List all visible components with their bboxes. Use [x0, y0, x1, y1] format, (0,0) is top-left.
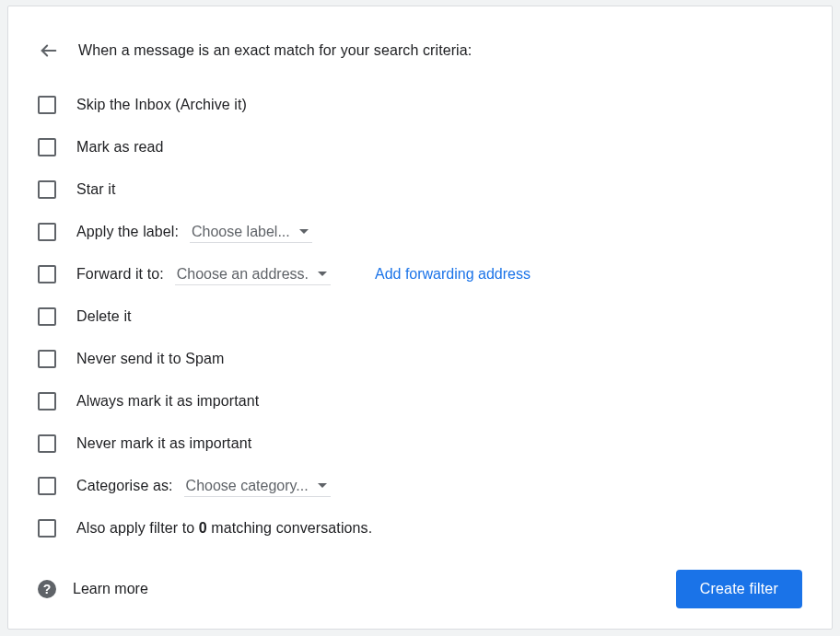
back-arrow-button[interactable]: [38, 40, 60, 62]
checkbox-delete-it[interactable]: [38, 307, 56, 326]
label-always-important: Always mark it as important: [76, 393, 259, 410]
header-row: When a message is an exact match for you…: [8, 6, 832, 78]
also-apply-count: 0: [199, 520, 207, 536]
label-forward: Forward it to:: [76, 266, 164, 283]
dropdown-choose-category-text: Choose category...: [186, 478, 309, 494]
option-mark-read: Mark as read: [38, 126, 813, 168]
caret-down-icon: [318, 483, 327, 488]
caret-down-icon: [318, 272, 327, 276]
checkbox-never-important[interactable]: [38, 434, 56, 453]
label-star-it: Star it: [76, 181, 116, 198]
checkbox-categorise[interactable]: [38, 477, 56, 495]
checkbox-apply-label[interactable]: [38, 223, 56, 241]
option-skip-inbox: Skip the Inbox (Archive it): [38, 84, 813, 126]
dropdown-choose-address[interactable]: Choose an address.: [175, 264, 331, 285]
add-forwarding-address-link[interactable]: Add forwarding address: [375, 266, 531, 283]
checkbox-forward[interactable]: [38, 265, 56, 283]
dropdown-choose-label[interactable]: Choose label...: [190, 222, 312, 243]
categorise-group: Categorise as: Choose category...: [76, 476, 331, 497]
apply-label-group: Apply the label: Choose label...: [76, 222, 312, 243]
options-list: Skip the Inbox (Archive it) Mark as read…: [8, 78, 832, 549]
forward-group: Forward it to: Choose an address. Add fo…: [76, 264, 531, 285]
option-never-important: Never mark it as important: [38, 422, 813, 465]
label-categorise: Categorise as:: [76, 478, 173, 494]
option-star-it: Star it: [38, 168, 813, 211]
label-never-spam: Never send it to Spam: [76, 351, 224, 367]
help-icon[interactable]: ?: [38, 580, 56, 598]
checkbox-skip-inbox[interactable]: [38, 96, 56, 114]
option-always-important: Always mark it as important: [38, 380, 813, 422]
create-filter-button[interactable]: Create filter: [676, 570, 802, 608]
checkbox-star-it[interactable]: [38, 180, 56, 199]
filter-actions-panel: When a message is an exact match for you…: [7, 6, 833, 630]
footer-row: ? Learn more Create filter: [8, 570, 832, 608]
label-mark-read: Mark as read: [76, 139, 164, 156]
checkbox-never-spam[interactable]: [38, 350, 56, 368]
option-delete-it: Delete it: [38, 295, 813, 338]
option-never-spam: Never send it to Spam: [38, 338, 813, 380]
learn-more-link[interactable]: Learn more: [73, 581, 148, 597]
label-delete-it: Delete it: [76, 308, 132, 325]
checkbox-also-apply[interactable]: [38, 519, 56, 538]
dropdown-choose-address-text: Choose an address.: [177, 266, 309, 283]
option-categorise: Categorise as: Choose category...: [38, 465, 813, 507]
checkbox-always-important[interactable]: [38, 392, 56, 411]
arrow-left-icon: [39, 40, 59, 61]
label-also-apply: Also apply filter to 0 matching conversa…: [76, 520, 372, 537]
option-also-apply: Also apply filter to 0 matching conversa…: [38, 507, 813, 549]
label-never-important: Never mark it as important: [76, 435, 251, 452]
dropdown-choose-category[interactable]: Choose category...: [184, 476, 331, 497]
caret-down-icon: [299, 229, 309, 234]
option-forward: Forward it to: Choose an address. Add fo…: [38, 253, 813, 295]
checkbox-mark-read[interactable]: [38, 138, 56, 156]
label-skip-inbox: Skip the Inbox (Archive it): [76, 97, 247, 113]
header-title: When a message is an exact match for you…: [78, 42, 472, 59]
label-apply-label: Apply the label:: [76, 224, 179, 240]
option-apply-label: Apply the label: Choose label...: [38, 211, 813, 253]
also-apply-prefix: Also apply filter to: [76, 520, 199, 536]
also-apply-suffix: matching conversations.: [207, 520, 372, 536]
dropdown-choose-label-text: Choose label...: [192, 224, 290, 240]
